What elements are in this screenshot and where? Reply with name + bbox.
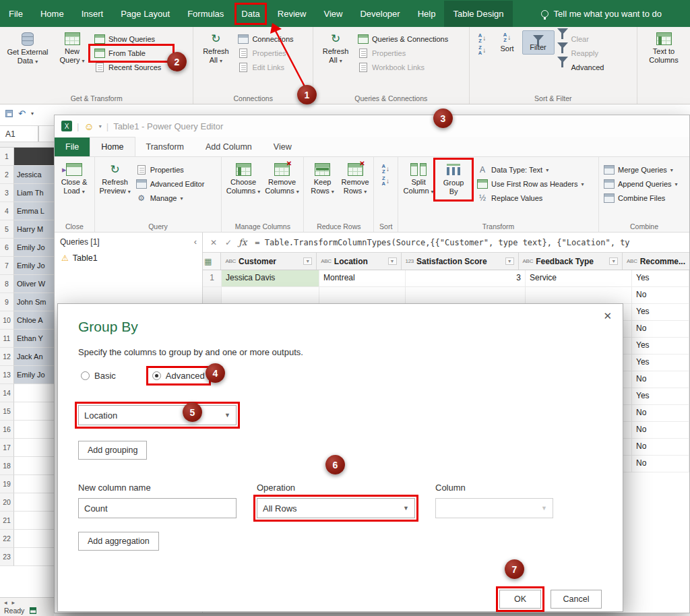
tab-help[interactable]: Help: [409, 1, 445, 27]
add-aggregation-button[interactable]: Add aggregation: [78, 532, 159, 551]
advanced-filter-button[interactable]: Advanced: [555, 61, 625, 73]
use-first-row-button[interactable]: Use First Row as Headers ▾: [474, 178, 594, 190]
cell-value[interactable]: [14, 493, 54, 512]
sheet-row[interactable]: 14: [0, 384, 54, 402]
column-dropdown[interactable]: ▼: [435, 498, 553, 518]
filter-dropdown-icon[interactable]: ▼: [505, 257, 514, 265]
new-column-name-input[interactable]: [78, 498, 237, 518]
sort-button[interactable]: AZ↓ Sort: [493, 30, 522, 55]
properties-button[interactable]: Properties: [235, 47, 308, 59]
row-number[interactable]: 1: [0, 148, 14, 166]
row-number[interactable]: 7: [0, 257, 14, 275]
cell-recommend[interactable]: Yes: [632, 388, 689, 404]
pq-tab-home[interactable]: Home: [90, 137, 135, 156]
tab-table-design[interactable]: Table Design: [444, 1, 512, 27]
ok-button[interactable]: OK: [499, 590, 541, 609]
sheet-tab-icon[interactable]: [30, 607, 36, 614]
workbook-links-button[interactable]: Workbook Links: [355, 61, 466, 73]
operation-dropdown[interactable]: All Rows ▼: [257, 498, 415, 518]
row-number[interactable]: 9: [0, 293, 14, 311]
sheet-row[interactable]: 11 Ethan Y: [0, 330, 54, 348]
close-and-load-button[interactable]: Close & Load ▾: [57, 161, 92, 197]
cancel-formula-icon[interactable]: ✕: [207, 238, 220, 247]
row-number[interactable]: 10: [0, 311, 14, 330]
row-number[interactable]: 14: [0, 384, 14, 402]
filter-button[interactable]: Filter: [522, 30, 555, 55]
sheet-row[interactable]: 5 Harry M: [0, 220, 54, 239]
chevron-down-icon[interactable]: ▾: [99, 123, 102, 129]
sheet-row[interactable]: 4 Emma L: [0, 202, 54, 220]
sort-az-icon[interactable]: AZ↓: [382, 164, 389, 174]
row-number[interactable]: 4: [0, 202, 14, 220]
split-column-button[interactable]: Split Column ▾: [400, 161, 437, 197]
cell-value[interactable]: [14, 148, 54, 166]
row-number[interactable]: 6: [0, 239, 14, 257]
pq-tab-view[interactable]: View: [263, 137, 303, 156]
keep-rows-button[interactable]: Keep Rows ▾: [306, 161, 339, 197]
manage-button[interactable]: ⚙ Manage ▾: [133, 192, 218, 204]
row-number[interactable]: 17: [0, 439, 14, 457]
cell-location[interactable]: [319, 287, 406, 303]
column-header-customer[interactable]: ABC Customer ▼: [221, 253, 317, 270]
queries-connections-button[interactable]: Queries & Connections: [355, 33, 466, 45]
chevron-down-icon[interactable]: ▾: [31, 111, 34, 117]
cell-value[interactable]: Emily Jo: [14, 239, 54, 257]
pq-properties-button[interactable]: Properties: [133, 164, 218, 176]
cell-score[interactable]: 3: [406, 270, 526, 286]
cell-value[interactable]: Chloe A: [14, 311, 54, 330]
column-header-satisfaction-score[interactable]: 123 Satisfaction Score ▼: [402, 253, 519, 270]
cell-value[interactable]: Emily Jo: [14, 366, 54, 384]
row-number[interactable]: 15: [0, 402, 14, 421]
sheet-row[interactable]: 15: [0, 402, 54, 421]
row-number[interactable]: 11: [0, 330, 14, 348]
sheet-nav-left-icon[interactable]: ◂: [4, 599, 7, 606]
pq-tab-file[interactable]: File: [55, 137, 90, 156]
sheet-row[interactable]: 6 Emily Jo: [0, 239, 54, 257]
sheet-nav-right-icon[interactable]: ▸: [12, 599, 15, 606]
cell-location[interactable]: Montreal: [319, 270, 406, 286]
properties-button-2[interactable]: Properties: [355, 47, 466, 59]
sheet-row[interactable]: 10 Chloe A: [0, 311, 54, 330]
sheet-row[interactable]: 20: [0, 493, 54, 512]
cell-recommend[interactable]: Yes: [632, 270, 689, 286]
row-number[interactable]: 5: [0, 220, 14, 239]
recent-sources-button[interactable]: Recent Sources: [92, 61, 171, 73]
cell-feedback[interactable]: [526, 287, 632, 303]
append-queries-button[interactable]: Append Queries ▾: [601, 178, 687, 190]
formula-input[interactable]: = Table.TransformColumnTypes(Source,{{"C…: [255, 238, 689, 247]
cell-value[interactable]: [14, 457, 54, 475]
cell-value[interactable]: [14, 475, 54, 493]
cell-value[interactable]: Liam Th: [14, 184, 54, 202]
cell-value[interactable]: [14, 512, 54, 530]
cell-score[interactable]: [406, 287, 526, 303]
sheet-row[interactable]: 2 Jessica: [0, 166, 54, 184]
tab-formulas[interactable]: Formulas: [179, 1, 232, 27]
refresh-preview-button[interactable]: ↻ Refresh Preview ▾: [97, 161, 133, 197]
sort-az-icon[interactable]: AZ↓: [478, 33, 486, 43]
row-number[interactable]: 20: [0, 493, 14, 512]
row-number[interactable]: 8: [0, 275, 14, 293]
sheet-row[interactable]: 16: [0, 421, 54, 439]
tab-developer[interactable]: Developer: [351, 1, 408, 27]
add-grouping-button[interactable]: Add grouping: [78, 441, 147, 460]
cell-recommend[interactable]: No: [632, 456, 689, 472]
cell-value[interactable]: [14, 548, 54, 566]
grid-corner-cell[interactable]: ▦: [203, 253, 221, 270]
cell-recommend[interactable]: No: [632, 439, 689, 455]
row-number[interactable]: 13: [0, 366, 14, 384]
remove-columns-button[interactable]: Remove Columns ▾: [263, 161, 302, 197]
save-icon[interactable]: [5, 110, 13, 117]
grid-row-1[interactable]: 1 Jessica Davis Montreal 3 Service Yes: [203, 270, 689, 287]
query-list-item-table1[interactable]: ⚠ Table1: [55, 251, 202, 266]
replace-values-button[interactable]: ½ Replace Values: [474, 192, 594, 204]
tab-insert[interactable]: Insert: [73, 1, 113, 27]
sheet-row[interactable]: 12 Jack An: [0, 348, 54, 366]
sheet-row[interactable]: 13 Emily Jo: [0, 366, 54, 384]
cell-value[interactable]: Jack An: [14, 348, 54, 366]
cell-value[interactable]: [14, 384, 54, 402]
refresh-all-button[interactable]: ↻ Refresh All ▾: [196, 30, 235, 67]
cell-value[interactable]: Emily Jo: [14, 257, 54, 275]
data-type-button[interactable]: A Data Type: Text ▾: [474, 164, 594, 176]
tab-review[interactable]: Review: [269, 1, 315, 27]
filter-dropdown-icon[interactable]: ▼: [609, 257, 618, 265]
